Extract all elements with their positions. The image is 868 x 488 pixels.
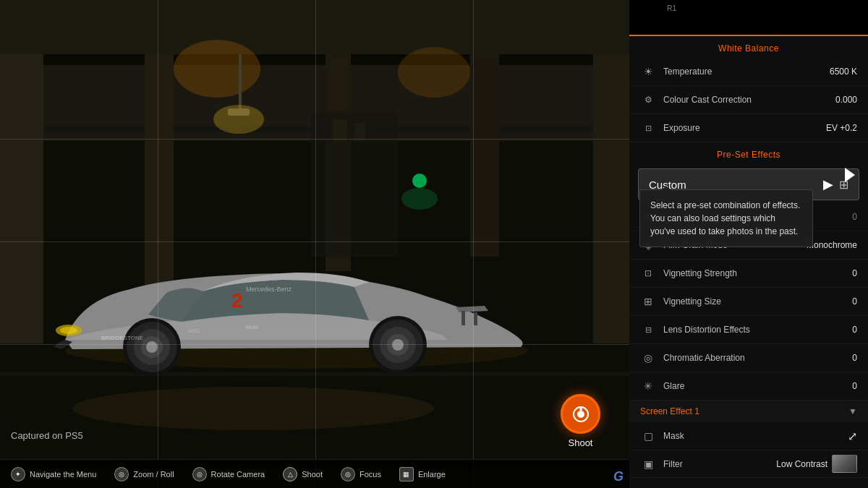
grid-h2 [0, 241, 629, 242]
mask-label: Mask [663, 431, 848, 441]
grid-v1 [158, 0, 158, 488]
white-balance-header: White Balance [629, 36, 868, 58]
control-focus: ◎ Focus [341, 467, 381, 481]
preset-tooltip: Select a pre-set combination of effects.… [639, 189, 813, 247]
colour-cast-row[interactable]: ⚙ Colour Cast Correction 0.000 [629, 86, 868, 114]
mask-icon: ▢ [640, 428, 656, 444]
grid-v2 [315, 0, 316, 488]
svg-rect-2 [0, 54, 629, 65]
colour-cast-label: Colour Cast Correction [663, 95, 835, 105]
grid-h3 [0, 344, 629, 345]
cursor-pointer [845, 168, 855, 182]
zoom-label: Zoom / Roll [133, 470, 174, 479]
ps5-logo: G [613, 469, 624, 484]
captured-label: Captured on PS5 [11, 430, 83, 441]
temperature-value: 6500 K [830, 67, 857, 77]
filter-thumbnail [832, 455, 857, 473]
temperature-label: Temperature [663, 67, 830, 77]
shoot-button[interactable]: Shoot [561, 394, 600, 448]
svg-point-18 [401, 188, 438, 210]
exposure-icon: ⊡ [640, 120, 656, 136]
rotate-icon: ◎ [192, 467, 207, 481]
exposure-label: Exposure [663, 123, 826, 133]
lens-distortion-row[interactable]: ⊟ Lens Distortion Effects 0 [629, 316, 868, 344]
lens-distortion-label: Lens Distortion Effects [663, 325, 852, 335]
film-grain-value: 0 [852, 212, 857, 222]
svg-rect-14 [239, 54, 242, 112]
filter-row[interactable]: ▣ Filter Low Contrast [629, 450, 868, 478]
viewport: 2 Mercedes-Benz BRIDGESTONE AMG Mobil [0, 0, 629, 488]
svg-text:Mercedes-Benz: Mercedes-Benz [246, 286, 292, 293]
garage-background: 2 Mercedes-Benz BRIDGESTONE AMG Mobil [0, 0, 629, 488]
vignetting-size-icon: ⊞ [640, 294, 656, 309]
svg-rect-4 [0, 54, 43, 343]
svg-point-44 [579, 408, 582, 411]
svg-point-43 [577, 411, 584, 418]
shoot-ctrl-icon: △ [283, 467, 297, 481]
focus-icon: ◎ [341, 467, 355, 481]
chromatic-aberration-row[interactable]: ◎ Chromatic Aberration 0 [629, 344, 868, 372]
shoot-ctrl-label: Shoot [302, 470, 323, 479]
vignetting-strength-value: 0 [852, 268, 857, 278]
glare-label: Glare [663, 381, 852, 391]
svg-text:BRIDGESTONE: BRIDGESTONE [101, 335, 143, 341]
right-panel: White Balance ☀ Temperature 6500 K ⚙ Col… [629, 36, 868, 488]
filter-value: Low Contrast [776, 459, 827, 469]
svg-point-17 [412, 174, 427, 188]
rotate-label: Rotate Camera [211, 470, 265, 479]
vignetting-strength-icon: ⊡ [640, 265, 656, 281]
exposure-value: EV +0.2 [826, 123, 857, 133]
bottom-controls: ✦ Navigate the Menu ◎ Zoom / Roll ◎ Rota… [0, 459, 629, 488]
svg-rect-10 [0, 372, 629, 376]
exposure-row[interactable]: ⊡ Exposure EV +0.2 [629, 114, 868, 142]
svg-rect-20 [333, 119, 347, 141]
grid-h1 [0, 139, 629, 140]
temperature-row[interactable]: ☀ Temperature 6500 K [629, 58, 868, 86]
colour-cast-icon: ⚙ [640, 92, 656, 108]
shoot-label: Shoot [569, 437, 593, 448]
svg-rect-24 [474, 312, 477, 325]
mask-row[interactable]: ▢ Mask ⤢ [629, 422, 868, 450]
svg-text:AMG: AMG [188, 328, 200, 333]
screen-effect-expand-icon[interactable]: ▼ [848, 406, 857, 416]
temperature-icon: ☀ [640, 64, 656, 80]
screen-effect-header[interactable]: Screen Effect 1 ▼ [629, 401, 868, 422]
chromatic-aberration-icon: ◎ [640, 350, 656, 366]
r1-label: R1 [667, 4, 676, 12]
svg-point-12 [174, 40, 260, 98]
svg-text:2: 2 [231, 289, 243, 312]
enlarge-icon: ▦ [399, 467, 414, 481]
svg-point-13 [398, 47, 470, 98]
vignetting-size-row[interactable]: ⊞ Vignetting Size 0 [629, 288, 868, 316]
svg-rect-8 [593, 54, 629, 343]
navigate-label: Navigate the Menu [30, 470, 96, 479]
svg-rect-5 [145, 54, 174, 307]
svg-rect-23 [461, 311, 465, 325]
vignetting-size-label: Vignetting Size [663, 296, 852, 307]
chromatic-aberration-value: 0 [852, 353, 857, 363]
control-zoom: ◎ Zoom / Roll [114, 467, 174, 481]
focus-label: Focus [359, 470, 381, 479]
svg-point-34 [392, 339, 404, 351]
lens-distortion-value: 0 [852, 325, 857, 335]
grid-v3 [473, 0, 474, 488]
lens-distortion-icon: ⊟ [640, 322, 656, 338]
cursor-arrow-icon: ▶ [823, 176, 833, 192]
screen-effect-label: Screen Effect 1 [640, 406, 848, 416]
vignetting-size-value: 0 [852, 296, 857, 307]
colour-tone-row[interactable]: ⊞ Individual Colour Tone Correction » [629, 478, 868, 488]
film-grain-mode-value: Monochrome [807, 240, 857, 250]
svg-rect-7 [470, 54, 499, 257]
control-navigate: ✦ Navigate the Menu [11, 467, 96, 481]
control-enlarge: ▦ Enlarge [399, 467, 446, 481]
glare-row[interactable]: ✳ Glare 0 [629, 372, 868, 401]
control-shoot: △ Shoot [283, 467, 323, 481]
vignetting-strength-label: Vignetting Strength [663, 268, 852, 278]
zoom-icon: ◎ [114, 467, 129, 481]
svg-point-16 [213, 105, 264, 134]
chromatic-aberration-label: Chromatic Aberration [663, 353, 852, 363]
filter-icon: ▣ [640, 456, 656, 472]
mask-value: ⤢ [848, 429, 857, 443]
vignetting-strength-row[interactable]: ⊡ Vignetting Strength 0 [629, 260, 868, 288]
svg-text:Mobil: Mobil [246, 325, 258, 330]
